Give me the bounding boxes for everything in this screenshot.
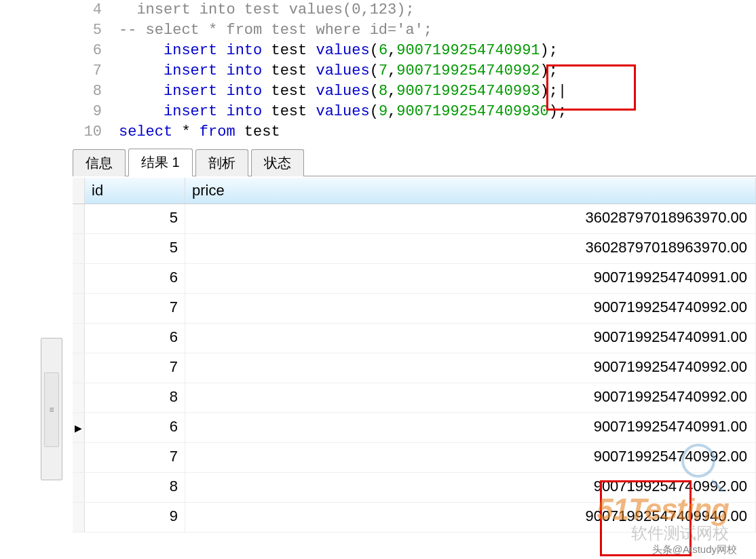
row-marker: [73, 294, 85, 323]
cell-id[interactable]: 6: [85, 264, 185, 293]
code-content[interactable]: insert into test values(8,90071992547409…: [119, 81, 567, 102]
column-header-price[interactable]: price: [185, 178, 756, 204]
results-grid[interactable]: id price 536028797018963970.005360287970…: [73, 178, 756, 533]
cell-id[interactable]: 8: [85, 473, 185, 502]
watermark-credit: 头条@Atstudy网校: [652, 543, 737, 556]
cell-price[interactable]: 36028797018963970.00: [185, 234, 756, 263]
cell-price[interactable]: 9007199254740991.00: [185, 413, 756, 442]
table-row[interactable]: 69007199254740991.00: [73, 413, 756, 443]
code-line[interactable]: 9 insert into test values(9,900719925474…: [0, 102, 756, 122]
row-marker: [73, 443, 85, 472]
row-marker: [73, 383, 85, 412]
row-marker: [73, 264, 85, 293]
line-number: 7: [0, 61, 119, 81]
cell-price[interactable]: 9007199254740992.00: [185, 443, 756, 472]
line-number: 8: [0, 81, 119, 102]
cell-id[interactable]: 5: [85, 204, 185, 233]
table-row[interactable]: 69007199254740991.00: [73, 324, 756, 353]
line-number: 9: [0, 102, 119, 122]
table-row[interactable]: 89007199254740992.00: [73, 383, 756, 413]
cell-price[interactable]: 9007199254740991.00: [185, 324, 756, 353]
row-marker: [73, 204, 85, 233]
code-content[interactable]: insert into test values(9,90071992547409…: [119, 102, 567, 122]
grid-header: id price: [73, 178, 756, 204]
code-line[interactable]: 8 insert into test values(8,900719925474…: [0, 81, 756, 102]
cell-price[interactable]: 9007199254740991.00: [185, 264, 756, 293]
column-header-id[interactable]: id: [85, 178, 185, 204]
code-content[interactable]: insert into test values(6,90071992547409…: [119, 41, 558, 61]
watermark-logo: 51Testing: [597, 493, 729, 526]
table-row[interactable]: 79007199254740992.00: [73, 294, 756, 324]
table-row[interactable]: 536028797018963970.00: [73, 204, 756, 234]
code-content[interactable]: -- select * from test where id='a';: [119, 20, 432, 41]
line-number: 6: [0, 41, 119, 61]
row-marker: [73, 413, 85, 442]
cell-id[interactable]: 9: [85, 503, 185, 532]
code-line[interactable]: 10select * from test: [0, 122, 756, 142]
cell-price[interactable]: 9007199254740992.00: [185, 353, 756, 383]
row-marker: [73, 353, 85, 383]
watermark-subtitle: 软件测试网校: [631, 522, 729, 544]
table-row[interactable]: 79007199254740992.00: [73, 353, 756, 383]
tab-status[interactable]: 状态: [251, 149, 304, 176]
cell-id[interactable]: 7: [85, 353, 185, 383]
code-line[interactable]: 7 insert into test values(7,900719925474…: [0, 61, 756, 81]
scrollbar-thumb[interactable]: ≡: [44, 372, 59, 447]
code-content[interactable]: insert into test values(7,90071992547409…: [119, 61, 558, 81]
vertical-scrollbar[interactable]: ≡: [41, 338, 62, 480]
cell-price[interactable]: 36028797018963970.00: [185, 204, 756, 233]
cell-id[interactable]: 7: [85, 443, 185, 472]
cell-price[interactable]: 9007199254740992.00: [185, 383, 756, 412]
code-content[interactable]: select * from test: [119, 122, 280, 142]
grid-corner: [73, 178, 85, 204]
row-marker: [73, 473, 85, 502]
cell-id[interactable]: 6: [85, 413, 185, 442]
line-number: 10: [0, 122, 119, 142]
row-marker: [73, 503, 85, 532]
cell-id[interactable]: 5: [85, 234, 185, 263]
code-line[interactable]: 5-- select * from test where id='a';: [0, 20, 756, 41]
cell-id[interactable]: 7: [85, 294, 185, 323]
line-number: 4: [0, 0, 119, 20]
row-marker: [73, 324, 85, 353]
row-marker: [73, 234, 85, 263]
result-tabs: 信息 结果 1 剖析 状态: [73, 148, 756, 176]
table-row[interactable]: 69007199254740991.00: [73, 264, 756, 294]
line-number: 5: [0, 20, 119, 41]
code-line[interactable]: 4 insert into test values(0,123);: [0, 0, 756, 20]
cell-id[interactable]: 8: [85, 383, 185, 412]
code-content[interactable]: insert into test values(0,123);: [119, 0, 415, 20]
cell-id[interactable]: 6: [85, 324, 185, 353]
watermark-magnify-icon: [681, 444, 715, 478]
code-line[interactable]: 6 insert into test values(6,900719925474…: [0, 41, 756, 61]
table-row[interactable]: 79007199254740992.00: [73, 443, 756, 473]
tab-results[interactable]: 结果 1: [128, 149, 193, 176]
table-row[interactable]: 536028797018963970.00: [73, 234, 756, 264]
tab-profile[interactable]: 剖析: [195, 149, 248, 176]
sql-editor[interactable]: 4 insert into test values(0,123);5-- sel…: [0, 0, 756, 148]
tab-info[interactable]: 信息: [73, 149, 126, 176]
cell-price[interactable]: 9007199254740992.00: [185, 294, 756, 323]
